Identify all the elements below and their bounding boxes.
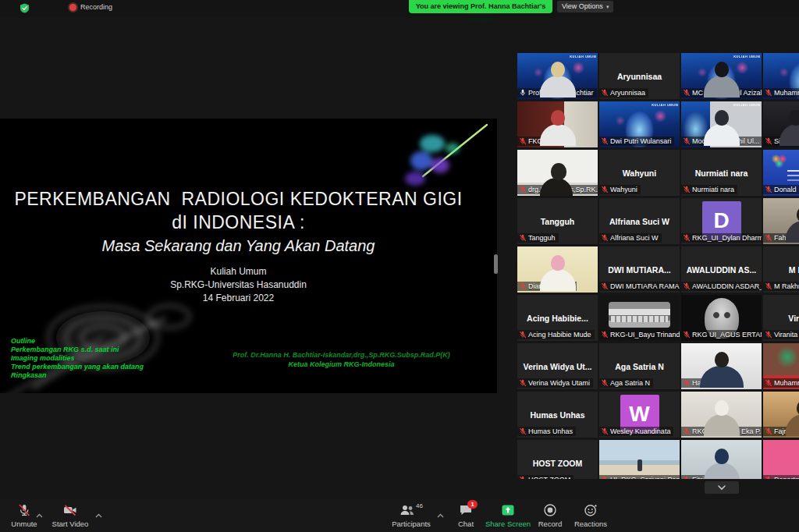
participant-tile[interactable]: M RakhM Rakhm [763,246,799,293]
record-label: Record [538,520,563,528]
participant-tile[interactable]: AWALUDDIN AS...AWALUDDIN ASDAR_... [681,246,762,293]
top-bar: Recording You are viewing Prof. Hanna Ba… [0,0,799,17]
participant-name-label: Viranita [763,330,799,339]
participant-tile[interactable]: KULIAH UMUMMocerator-Fadhil Ul... [681,101,762,147]
mic-muted-icon [519,282,527,290]
participant-tile[interactable]: Muhamm [763,343,799,389]
participant-tile[interactable]: Fajriani [763,392,799,438]
participant-name-label: Verina Widya Utami [517,378,593,388]
video-options-caret[interactable] [95,507,102,521]
participant-tile[interactable]: Aga Satria NAga Satria N [599,343,680,389]
mic-muted-icon [519,186,527,193]
participant-tile[interactable]: RKG U_Muthia Eka P... [681,392,762,438]
participant-name: Aryunnisaa [610,89,645,97]
participant-tile[interactable]: Fitri Salamah [681,440,762,479]
participant-name: RKG UI_AGUS ERTAN... [692,331,762,339]
participant-tile[interactable]: DRKG_UI_Dylan Dharm... [681,198,762,244]
participant-tile[interactable]: Humas UnhasHumas Unhas [517,392,598,438]
reactions-smiley-icon [584,503,598,517]
participant-tile[interactable]: Nurmiati naraNurmiati nara [681,150,762,196]
mic-muted-icon [765,89,772,97]
recording-label: Recording [80,3,112,11]
participant-name: Muhammad [774,89,799,97]
mic-muted-icon [601,89,609,97]
mic-muted-icon [683,427,691,435]
participant-name-label: Donald [763,185,799,194]
participant-tile[interactable]: Sitti Fad [763,101,799,147]
audio-options-caret[interactable] [36,507,43,521]
participant-tile[interactable]: Departm [763,440,799,479]
slide-info-line3: 14 Februari 2022 [0,292,477,305]
participant-tile[interactable]: RKG-UI_Bayu Trinand... [599,295,680,341]
participant-name: Wesley Kuandinata [610,427,670,435]
participant-name: Muhamm [774,379,799,387]
participants-button[interactable]: 46 Participants [387,503,435,528]
view-options-button[interactable]: View Options ▾ [557,1,613,12]
video-thumbnail [681,440,762,479]
participant-tile[interactable]: HOST ZOOMHOST ZOOM [517,440,598,479]
participant-name-label: Nurmiati nara [681,185,737,194]
mic-muted-icon [601,186,609,193]
start-video-button[interactable]: Start Video [47,503,94,528]
participant-tile[interactable]: Dian Setiawati [517,246,598,293]
mic-muted-icon [519,331,527,339]
participant-tile[interactable]: WahyuniWahyuni [599,150,680,196]
participant-name: Humas Unhas [528,427,573,435]
participant-name: HOST ZOOM [528,476,570,479]
poster-title: KULIAH UMUM [570,55,596,59]
participant-name: Wahyuni [610,186,637,193]
participant-tile[interactable]: Haris [681,343,762,389]
participant-tile[interactable]: drg.NovoLubis,Sp.RK... [517,150,598,196]
participant-tile[interactable]: KULIAH UMUMProf. Hanna Bachtiar [517,53,598,99]
participant-tile[interactable]: TangguhTangguh [517,198,598,244]
scrollbar-thumb[interactable] [494,254,498,274]
mic-muted-icon [765,186,772,193]
mic-muted-icon [519,137,527,145]
mic-muted-icon [765,137,772,145]
participant-tile[interactable]: DWI MUTIARA...DWI MUTIARA RAMA... [599,246,680,293]
participant-tile[interactable]: Fahri Re [763,198,799,244]
participant-tile[interactable]: WWesley Kuandinata [599,392,680,438]
poster-title: KULIAH UMUM [733,55,760,59]
participant-tile[interactable]: Donald [763,150,799,196]
zoom-meeting-window: Recording You are viewing Prof. Hanna Ba… [0,0,799,532]
presenter-title: Ketua Kolegium RKG-Indonesia [230,360,453,369]
mic-muted-icon [765,427,772,435]
grid-row: Dian SetiawatiDWI MUTIARA...DWI MUTIARA … [517,246,799,293]
participant-tile[interactable]: KULIAH UMUMDwi Putri Wulansari [599,101,680,147]
grid-row: drg.NovoLubis,Sp.RK...WahyuniWahyuniNurm… [517,150,799,196]
share-screen-icon [501,503,515,517]
participant-center-name: HOST ZOOM [517,440,598,479]
participants-options-caret[interactable] [437,507,444,521]
mic-muted-icon [683,282,691,290]
mic-muted-icon [765,282,772,290]
participant-name: Viranita [774,331,797,339]
participant-tile[interactable]: AryunnisaaAryunnisaa [599,53,680,99]
participant-tile[interactable]: Verina Widya Ut...Verina Widya Utami [517,343,598,389]
more-participants-button[interactable] [705,481,739,494]
participant-tile[interactable]: RKG UI_AGUS ERTAN... [681,295,762,341]
participant-tile[interactable]: Alfriana Suci WAlfriana Suci W [599,198,680,244]
mic-on-icon [519,89,527,97]
mic-muted-icon [765,379,772,387]
participant-tile[interactable]: ViranitaViranita [763,295,799,341]
participant-tile[interactable]: FKG MOLAR [517,101,598,147]
participant-name: Verina Widya Utami [528,379,590,387]
mic-muted-icon [683,89,691,97]
participant-name: Donald [774,186,797,193]
participant-tile[interactable]: UI_RKG_Sariyani Panc... [599,440,680,479]
participant-name: RKG_UI_Dylan Dharm... [692,234,762,242]
participant-tile[interactable]: Acing Habibie...Acing Habibie Mude [517,295,598,341]
recording-indicator[interactable]: Recording [69,3,112,11]
participant-tile[interactable]: KULIAH UMUMMC - Andi Nurul Azizah [681,53,762,99]
chat-button[interactable]: 1 Chat [451,503,481,528]
record-button[interactable]: Record [534,503,566,528]
participant-tile[interactable]: KULIAH UMUMMuhammad [763,53,799,99]
participant-name-label: Wesley Kuandinata [599,427,673,436]
slide-presenter-block: Prof. Dr.Hanna H. Bachtiar-Iskandar,drg.… [230,350,453,369]
share-screen-button[interactable]: Share Screen [481,503,535,528]
view-options-label: View Options [562,1,603,12]
record-icon [543,503,557,517]
poster-title: KULIAH UMUM [652,103,678,107]
reactions-button[interactable]: Reactions [570,503,612,528]
